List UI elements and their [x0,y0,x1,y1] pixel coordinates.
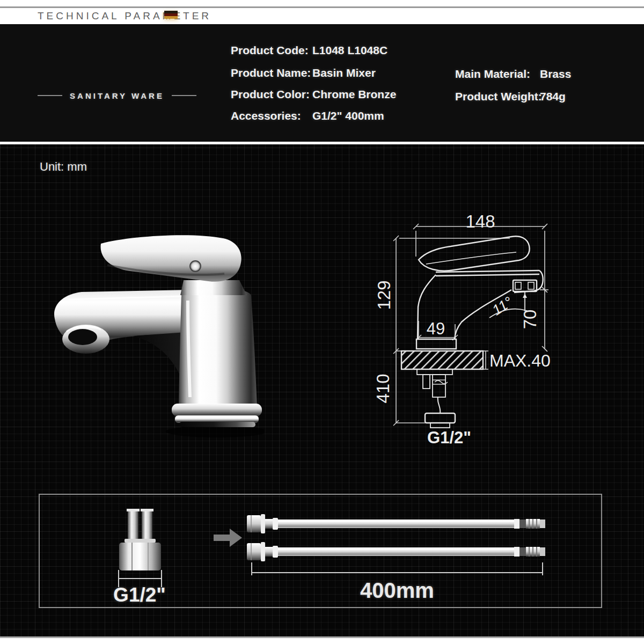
dim-spout-width: 148 [465,211,495,231]
spec-label: Product Code: [231,44,312,57]
spec-row-product-code: Product Code: L1048 L1048C [231,44,387,57]
spec-value: L1048 L1048C [312,44,387,57]
brand-rule-right [172,95,196,96]
spec-value: Brass [540,68,571,80]
dim-thread-size: G1/2" [427,428,471,447]
header-rule [0,6,644,8]
product-info-panel: SANITARY WARE Product Code: L1048 L1048C… [0,24,644,142]
dim-outlet-height: 70 [520,310,540,330]
spec-label: Main Material: [455,68,540,80]
spec-label: Product Weight: [455,90,540,103]
spec-value: G1/2" 400mm [312,109,384,122]
spec-row-product-color: Product Color: Chrome Bronze [231,88,396,101]
dim-base-width: 49 [427,319,445,338]
faucet-product-photo [47,231,264,441]
german-flag-icon [164,11,178,19]
spec-label: Product Color: [231,88,312,101]
spec-label: Accessories: [231,109,312,122]
supply-hoses-illustration [244,508,550,568]
hose-length-label: 400mm [343,579,451,603]
unit-label: Unit: mm [40,160,87,174]
brand-rule-left [38,95,62,96]
technical-parameter-sheet: TECHNICAL PARAMETER SANITARY WARE Produc… [0,0,644,644]
brand-tagline: SANITARY WARE [70,91,164,100]
spec-value: Basin Mixer [312,67,376,79]
brand-block: SANITARY WARE [31,90,203,101]
dim-below-counter-length: 410 [376,374,393,403]
bottom-rule [0,636,644,638]
diagram-area: Unit: mm [0,144,644,636]
spec-value: 784g [540,90,566,103]
g12-fitting-illustration [115,509,179,572]
spec-label: Product Name: [231,67,312,79]
spec-row-main-material: Main Material: Brass [455,68,571,80]
dim-height-above-counter: 129 [376,280,394,310]
arrow-right-icon [214,528,243,547]
hose-dim-tick-right [542,562,543,575]
hose-dim-line [251,572,543,573]
fitting-thread-label: G1/2" [99,584,180,606]
spec-row-product-name: Product Name: Basin Mixer [231,67,376,79]
accessories-box: G1/2" [39,494,602,608]
page-title: TECHNICAL PARAMETER [38,10,211,22]
header-bar: TECHNICAL PARAMETER [0,0,644,24]
fitting-dim-line [118,578,162,579]
spec-row-product-weight: Product Weight: 784g [455,90,566,103]
spec-row-accessories: Accessories: G1/2" 400mm [231,109,384,122]
technical-drawing: 148 129 410 49 70 11° MAX.40 G1/2" [376,205,623,457]
spec-value: Chrome Bronze [312,88,396,101]
hose-dim-tick-left [251,562,252,575]
dim-max-counter-thickness: MAX.40 [489,351,551,370]
